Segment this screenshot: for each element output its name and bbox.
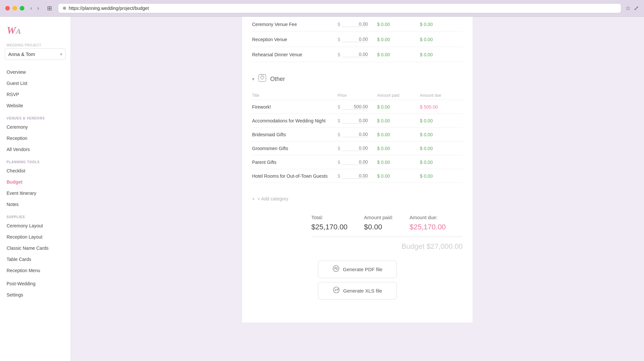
- fullscreen-button[interactable]: ⤢: [634, 5, 639, 12]
- collapse-toggle-icon[interactable]: ▾: [252, 76, 254, 82]
- row-title: Bridesmaid Gifts: [252, 132, 338, 137]
- pdf-icon: [332, 265, 340, 274]
- due-column: Amount due: $25,170.00: [410, 215, 446, 231]
- row-title: Groomsmen Gifts: [252, 146, 338, 151]
- price-input[interactable]: [342, 159, 368, 165]
- row-due: $ 0.00: [420, 132, 463, 137]
- svg-text:A: A: [15, 27, 21, 36]
- row-paid: $ 0.00: [377, 52, 420, 57]
- sidebar-item-overview[interactable]: Overview: [0, 66, 70, 78]
- due-value: $25,170.00: [410, 223, 446, 231]
- generate-xls-button[interactable]: Generate XLS file: [318, 282, 397, 299]
- add-category-button[interactable]: + + Add category: [252, 193, 463, 205]
- dollar-sign: $: [338, 22, 340, 27]
- row-price: $: [338, 104, 377, 110]
- sidebar-item-post-wedding[interactable]: Post-Wedding: [0, 278, 70, 289]
- table-row: Rehearsal Dinner Venue $ $ 0.00 $ 0.00: [252, 47, 463, 62]
- row-price: $: [338, 37, 377, 42]
- price-input[interactable]: [342, 132, 368, 137]
- plus-icon: +: [252, 196, 255, 201]
- category-icon: [258, 73, 267, 85]
- price-input[interactable]: [342, 118, 368, 123]
- sidebar-item-all-vendors[interactable]: All Vendors: [0, 144, 70, 155]
- venue-budget-table: Ceremony Venue Fee $ $ 0.00 $ 0.00 Recep…: [252, 17, 463, 62]
- sidebar-item-ceremony[interactable]: Ceremony: [0, 121, 70, 133]
- table-row: Groomsmen Gifts $ $ 0.00 $ 0.00: [252, 142, 463, 155]
- sidebar-item-rsvp[interactable]: RSVP: [0, 89, 70, 100]
- generate-pdf-button[interactable]: Generate PDF file: [318, 261, 397, 278]
- traffic-light-yellow[interactable]: [13, 6, 17, 11]
- sidebar-item-budget[interactable]: Budget: [0, 176, 70, 188]
- sidebar-item-reception-layout[interactable]: Reception Layout: [0, 231, 70, 243]
- table-row: Parent Gifts $ $ 0.00 $ 0.00: [252, 155, 463, 169]
- table-row: Accommodations for Wedding Night $ $ 0.0…: [252, 114, 463, 128]
- forward-button[interactable]: ›: [35, 5, 41, 12]
- row-paid: $ 0.00: [377, 146, 420, 151]
- nav-venues-section: VENUES & VENDORS Ceremony Reception All …: [0, 113, 70, 155]
- price-input[interactable]: [342, 145, 368, 151]
- nav-bottom-section: Post-Wedding Settings: [0, 278, 70, 300]
- sidebar-item-table-cards[interactable]: Table Cards: [0, 254, 70, 265]
- row-due: $ 500.00: [420, 104, 463, 110]
- row-due: $ 0.00: [420, 22, 463, 27]
- sidebar-item-reception[interactable]: Reception: [0, 133, 70, 144]
- url-bar[interactable]: https://planning.wedding/project/budget: [58, 3, 621, 13]
- row-due: $ 0.00: [420, 37, 463, 42]
- row-price: $: [338, 118, 377, 123]
- row-paid: $ 0.00: [377, 22, 420, 27]
- supplies-section-label: SUPPLIES: [0, 212, 70, 220]
- row-due: $ 0.00: [420, 173, 463, 179]
- price-input[interactable]: [342, 52, 368, 57]
- dollar-sign: $: [338, 146, 340, 151]
- sidebar-item-ceremony-layout[interactable]: Ceremony Layout: [0, 220, 70, 231]
- price-input[interactable]: [342, 173, 368, 179]
- project-name: Anna & Tom: [8, 51, 35, 57]
- row-title: Ceremony Venue Fee: [252, 22, 338, 27]
- project-selector[interactable]: Anna & Tom ▾: [5, 48, 66, 60]
- generate-pdf-label: Generate PDF file: [343, 267, 382, 272]
- dollar-sign: $: [338, 52, 340, 57]
- app-container: W A WEDDING PROJECT Anna & Tom ▾ Overvie…: [0, 17, 644, 361]
- sidebar-item-guest-list[interactable]: Guest List: [0, 78, 70, 89]
- other-category-section: ▾ Other Title: [252, 70, 463, 183]
- action-buttons: Generate PDF file Generate XLS file: [252, 251, 463, 309]
- nav-planning-section: PLANNING TOOLS Checklist Budget Event It…: [0, 157, 70, 210]
- totals-section: Total: $25,170.00 Amount paid: $0.00 Amo…: [252, 215, 463, 251]
- column-header-title: Title: [252, 93, 338, 98]
- traffic-light-green[interactable]: [20, 6, 24, 11]
- price-input[interactable]: [342, 104, 368, 110]
- table-row: Ceremony Venue Fee $ $ 0.00 $ 0.00: [252, 17, 463, 32]
- row-paid: $ 0.00: [377, 173, 420, 179]
- row-price: $: [338, 145, 377, 151]
- dollar-sign: $: [338, 160, 340, 165]
- browser-chrome: ‹ › ⊞ https://planning.wedding/project/b…: [0, 0, 644, 17]
- table-row: Firework! $ $ 0.00 $ 500.00: [252, 100, 463, 114]
- column-header-due: Amount due: [420, 93, 463, 98]
- sidebar-logo: W A: [0, 23, 70, 43]
- sidebar: W A WEDDING PROJECT Anna & Tom ▾ Overvie…: [0, 17, 71, 361]
- sidebar-item-reception-menu[interactable]: Reception Menu: [0, 265, 70, 276]
- row-price: $: [338, 21, 377, 27]
- traffic-light-red[interactable]: [5, 6, 10, 11]
- sidebar-item-website[interactable]: Website: [0, 100, 70, 111]
- sidebar-item-checklist[interactable]: Checklist: [0, 165, 70, 176]
- dollar-sign: $: [338, 104, 340, 110]
- due-label: Amount due:: [410, 215, 446, 223]
- price-input[interactable]: [342, 37, 368, 42]
- table-row: Bridesmaid Gifts $ $ 0.00 $ 0.00: [252, 128, 463, 142]
- sidebar-item-event-itinerary[interactable]: Event Itinerary: [0, 188, 70, 199]
- row-paid: $ 0.00: [377, 104, 420, 110]
- bookmark-button[interactable]: ☆: [625, 5, 631, 12]
- row-due: $ 0.00: [420, 146, 463, 151]
- sidebar-item-notes[interactable]: Notes: [0, 199, 70, 210]
- row-due: $ 0.00: [420, 52, 463, 57]
- row-due: $ 0.00: [420, 118, 463, 123]
- row-title: Firework!: [252, 104, 338, 110]
- price-input[interactable]: [342, 21, 368, 27]
- row-price: $: [338, 173, 377, 179]
- sidebar-item-classic-name-cards[interactable]: Classic Name Cards: [0, 243, 70, 254]
- sidebar-toggle-button[interactable]: ⊞: [45, 4, 54, 13]
- back-button[interactable]: ‹: [28, 5, 34, 12]
- row-title: Reception Venue: [252, 37, 338, 42]
- sidebar-item-settings[interactable]: Settings: [0, 289, 70, 300]
